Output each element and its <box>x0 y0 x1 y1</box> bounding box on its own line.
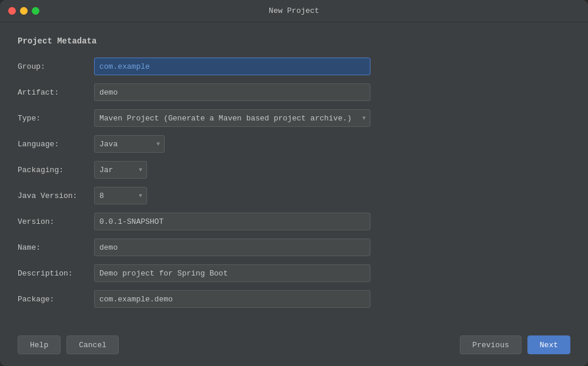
description-label: Description: <box>18 269 94 278</box>
maximize-button[interactable] <box>32 7 39 15</box>
minimize-button[interactable] <box>20 7 28 15</box>
window-title: New Project <box>269 6 319 15</box>
type-row: Type: Maven Project (Generate a Maven ba… <box>18 109 570 127</box>
footer-right-buttons: Previous Next <box>460 335 570 354</box>
new-project-window: New Project Project Metadata Group: Arti… <box>0 0 588 366</box>
next-button[interactable]: Next <box>527 335 570 354</box>
package-row: Package: <box>18 290 570 308</box>
group-label: Group: <box>18 62 94 71</box>
artifact-input[interactable] <box>94 83 370 101</box>
type-label: Type: <box>18 114 94 123</box>
packaging-select[interactable]: Jar War <box>94 161 147 179</box>
traffic-lights <box>8 7 39 15</box>
description-input[interactable] <box>94 264 370 282</box>
footer-left-buttons: Help Cancel <box>18 335 119 354</box>
type-select[interactable]: Maven Project (Generate a Maven based pr… <box>94 109 370 127</box>
name-label: Name: <box>18 243 94 252</box>
group-input[interactable] <box>94 58 370 75</box>
group-row: Group: <box>18 58 570 75</box>
previous-button[interactable]: Previous <box>460 335 521 354</box>
language-label: Language: <box>18 140 94 149</box>
main-content: Project Metadata Group: Artifact: Type: … <box>0 22 588 327</box>
name-row: Name: <box>18 239 570 256</box>
form-area: Group: Artifact: Type: Maven Project (Ge… <box>18 58 570 313</box>
package-input[interactable] <box>94 290 370 308</box>
java-version-row: Java Version: 8 11 17 ▼ <box>18 187 570 204</box>
name-input[interactable] <box>94 239 370 256</box>
artifact-label: Artifact: <box>18 88 94 97</box>
help-button[interactable]: Help <box>18 335 61 354</box>
packaging-label: Packaging: <box>18 166 94 174</box>
footer: Help Cancel Previous Next <box>0 327 588 366</box>
java-version-select[interactable]: 8 11 17 <box>94 187 147 204</box>
language-select[interactable]: Java Kotlin Groovy <box>94 135 165 153</box>
language-row: Language: Java Kotlin Groovy ▼ <box>18 135 570 153</box>
java-version-select-wrapper: 8 11 17 ▼ <box>94 187 147 204</box>
version-label: Version: <box>18 217 94 226</box>
packaging-row: Packaging: Jar War ▼ <box>18 161 570 179</box>
type-select-wrapper: Maven Project (Generate a Maven based pr… <box>94 109 370 127</box>
close-button[interactable] <box>8 7 16 15</box>
description-row: Description: <box>18 264 570 282</box>
java-version-label: Java Version: <box>18 192 94 200</box>
packaging-select-wrapper: Jar War ▼ <box>94 161 147 179</box>
cancel-button[interactable]: Cancel <box>66 335 119 354</box>
artifact-row: Artifact: <box>18 83 570 101</box>
package-label: Package: <box>18 295 94 304</box>
version-row: Version: <box>18 213 570 230</box>
section-title: Project Metadata <box>18 36 570 46</box>
version-input[interactable] <box>94 213 370 230</box>
language-select-wrapper: Java Kotlin Groovy ▼ <box>94 135 165 153</box>
title-bar: New Project <box>0 0 588 22</box>
